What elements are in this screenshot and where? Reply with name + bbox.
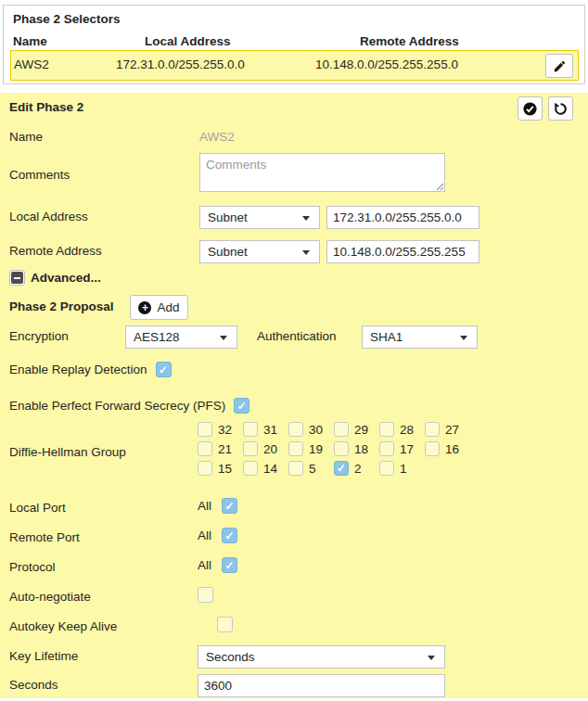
dh-option-label: 2 bbox=[354, 462, 362, 476]
remote-port-control: All bbox=[198, 528, 237, 543]
edit-row-button[interactable] bbox=[545, 54, 573, 78]
dh-option-label: 32 bbox=[218, 423, 232, 437]
collapse-minus-icon[interactable] bbox=[9, 270, 25, 286]
encryption-value: AES128 bbox=[134, 330, 180, 344]
dh-option-19: 19 bbox=[288, 441, 334, 456]
seconds-input[interactable] bbox=[198, 674, 445, 697]
dh-option-label: 15 bbox=[218, 462, 232, 476]
plus-circle-icon: + bbox=[138, 301, 151, 314]
dh-checkbox-32[interactable] bbox=[198, 422, 212, 437]
dh-checkbox-15[interactable] bbox=[198, 461, 212, 476]
dh-option-label: 14 bbox=[263, 462, 277, 476]
comments-label: Comments bbox=[9, 168, 70, 182]
local-port-checkbox[interactable] bbox=[222, 498, 237, 514]
dh-option-16: 16 bbox=[425, 441, 470, 456]
remote-port-label: Remote Port bbox=[9, 530, 80, 544]
selectors-title: Phase 2 Selectors bbox=[13, 12, 121, 26]
remote-address-type-value: Subnet bbox=[208, 245, 248, 259]
autokey-keep-alive-checkbox[interactable] bbox=[217, 617, 233, 632]
encryption-select[interactable]: AES128 bbox=[125, 325, 237, 349]
dh-option-1: 1 bbox=[379, 461, 425, 476]
dh-checkbox-18[interactable] bbox=[334, 441, 349, 456]
dh-option-17: 17 bbox=[379, 441, 425, 456]
dh-checkbox-2[interactable] bbox=[334, 461, 349, 476]
dh-option-label: 17 bbox=[400, 442, 414, 456]
dh-option-32: 32 bbox=[198, 422, 243, 437]
advanced-toggle[interactable]: Advanced... bbox=[9, 270, 101, 286]
pfs-label: Enable Perfect Forward Secrecy (PFS) bbox=[9, 399, 225, 413]
add-proposal-button[interactable]: + Add bbox=[130, 295, 188, 320]
dh-checkbox-16[interactable] bbox=[425, 441, 440, 456]
dh-checkbox-5[interactable] bbox=[288, 461, 303, 476]
pencil-icon bbox=[553, 59, 567, 73]
dh-checkbox-19[interactable] bbox=[288, 441, 303, 456]
local-address-type-select[interactable]: Subnet bbox=[199, 206, 320, 229]
dh-checkbox-28[interactable] bbox=[379, 422, 394, 437]
name-value: AWS2 bbox=[199, 130, 235, 144]
dh-checkbox-31[interactable] bbox=[243, 422, 258, 437]
dh-option-label: 5 bbox=[309, 462, 316, 476]
chevron-down-icon bbox=[428, 656, 435, 660]
dh-checkbox-1[interactable] bbox=[379, 461, 394, 476]
dh-option-20: 20 bbox=[243, 441, 288, 456]
remote-address-input[interactable] bbox=[326, 240, 479, 263]
dh-checkbox-29[interactable] bbox=[334, 422, 349, 437]
dh-checkbox-20[interactable] bbox=[243, 441, 258, 456]
replay-detection-checkbox[interactable] bbox=[156, 362, 172, 377]
auto-negotiate-label: Auto-negotiate bbox=[9, 590, 91, 604]
dh-option-15: 15 bbox=[198, 461, 243, 476]
dh-checkbox-27[interactable] bbox=[425, 422, 440, 437]
remote-port-checkbox[interactable] bbox=[222, 528, 237, 543]
dh-checkbox-17[interactable] bbox=[379, 441, 394, 456]
dh-option-30: 30 bbox=[288, 422, 334, 437]
dh-option-14: 14 bbox=[243, 461, 288, 476]
local-address-type-value: Subnet bbox=[208, 210, 248, 224]
advanced-label: Advanced... bbox=[31, 271, 101, 285]
dh-option-5: 5 bbox=[288, 461, 334, 476]
dh-checkbox-30[interactable] bbox=[288, 422, 303, 437]
remote-address-type-select[interactable]: Subnet bbox=[199, 240, 320, 263]
dh-grid: 3231302928272120191817161514521 bbox=[198, 422, 470, 476]
protocol-all-label: All bbox=[198, 558, 211, 572]
column-header-remote: Remote Address bbox=[360, 34, 459, 48]
dh-checkbox-21[interactable] bbox=[198, 441, 212, 456]
dh-option-label: 28 bbox=[400, 423, 414, 437]
dh-option-label: 16 bbox=[445, 442, 459, 456]
dh-option-label: 30 bbox=[309, 423, 323, 437]
local-port-label: Local Port bbox=[9, 501, 66, 515]
remote-address-label: Remote Address bbox=[9, 244, 102, 258]
local-port-all-label: All bbox=[198, 499, 211, 513]
authentication-label: Authentication bbox=[257, 329, 337, 343]
row-name: AWS2 bbox=[14, 57, 49, 71]
key-lifetime-select[interactable]: Seconds bbox=[198, 645, 445, 669]
dh-option-2: 2 bbox=[334, 461, 379, 476]
phase2-proposal-label: Phase 2 Proposal bbox=[9, 300, 114, 313]
comments-input[interactable] bbox=[199, 153, 445, 192]
authentication-select[interactable]: SHA1 bbox=[362, 325, 478, 349]
row-local-address: 172.31.0.0/255.255.0.0 bbox=[116, 57, 245, 71]
revert-button[interactable] bbox=[548, 96, 573, 121]
auto-negotiate-checkbox[interactable] bbox=[198, 587, 213, 603]
local-address-input[interactable] bbox=[326, 206, 479, 229]
table-row[interactable]: AWS2 172.31.0.0/255.255.0.0 10.148.0.0/2… bbox=[10, 50, 579, 81]
dh-option-18: 18 bbox=[334, 441, 379, 456]
dh-option-label: 21 bbox=[218, 442, 232, 456]
authentication-value: SHA1 bbox=[370, 330, 403, 344]
dh-checkbox-14[interactable] bbox=[243, 461, 258, 476]
protocol-control: All bbox=[198, 557, 237, 573]
pfs-checkbox[interactable] bbox=[234, 398, 249, 414]
chevron-down-icon bbox=[460, 336, 467, 340]
dh-option-label: 29 bbox=[354, 423, 368, 437]
replay-detection-label: Enable Replay Detection bbox=[9, 363, 147, 376]
dh-option-label: 19 bbox=[309, 442, 323, 456]
dh-option-label: 31 bbox=[263, 423, 277, 437]
dh-option-label: 27 bbox=[445, 423, 459, 437]
accept-button[interactable] bbox=[518, 96, 543, 121]
row-remote-address: 10.148.0.0/255.255.255.0 bbox=[315, 57, 458, 71]
autokey-keep-alive-label: Autokey Keep Alive bbox=[9, 619, 117, 633]
protocol-checkbox[interactable] bbox=[222, 557, 237, 573]
dh-option-28: 28 bbox=[379, 422, 425, 437]
chevron-down-icon bbox=[302, 216, 310, 221]
key-lifetime-label: Key Lifetime bbox=[9, 649, 78, 663]
dh-option-label: 1 bbox=[400, 462, 407, 476]
